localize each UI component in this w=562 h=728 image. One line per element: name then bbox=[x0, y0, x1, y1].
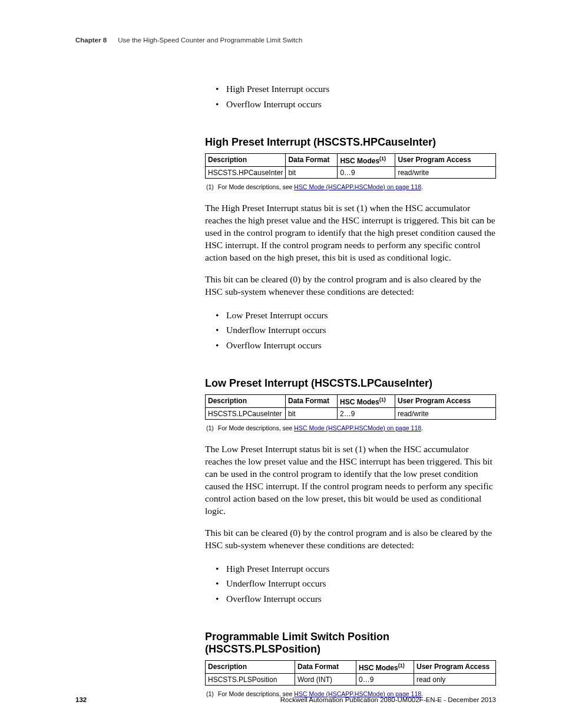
section-list: Low Preset Interrupt occurs Underflow In… bbox=[205, 308, 496, 353]
body-paragraph: This bit can be cleared (0) by the contr… bbox=[205, 274, 496, 298]
page-content: High Preset Interrupt occurs Overflow In… bbox=[75, 47, 496, 697]
th-data-format: Data Format bbox=[295, 661, 356, 674]
footnote-link[interactable]: HSC Mode (HSCAPP.HSCMode) on page 118 bbox=[294, 424, 421, 431]
list-item: High Preset Interrupt occurs bbox=[226, 81, 496, 97]
td-hsc-modes: 2…9 bbox=[338, 408, 395, 420]
page-footer: 132 Rockwell Automation Publication 2080… bbox=[75, 696, 496, 703]
page-header: Chapter 8 Use the High-Speed Counter and… bbox=[75, 37, 496, 47]
section-heading: High Preset Interrupt (HSCSTS.HPCauseInt… bbox=[205, 136, 496, 149]
intro-list: High Preset Interrupt occurs Overflow In… bbox=[205, 81, 496, 111]
th-data-format: Data Format bbox=[286, 154, 338, 167]
list-item: Low Preset Interrupt occurs bbox=[226, 308, 496, 323]
spec-table: Description Data Format HSC Modes(1) Use… bbox=[205, 153, 496, 179]
th-description: Description bbox=[206, 661, 295, 674]
table-footnote: (1) For Mode descriptions, see HSC Mode … bbox=[205, 424, 496, 431]
list-item: High Preset Interrupt occurs bbox=[226, 561, 496, 577]
page-number: 132 bbox=[75, 696, 87, 703]
th-superscript: (1) bbox=[379, 397, 386, 403]
th-hsc-modes-text: HSC Modes bbox=[340, 398, 379, 406]
body-paragraph: This bit can be cleared (0) by the contr… bbox=[205, 527, 496, 552]
th-user-program-access: User Program Access bbox=[395, 395, 496, 408]
th-hsc-modes-text: HSC Modes bbox=[340, 157, 379, 165]
footnote-suffix: . bbox=[421, 424, 423, 431]
footnote-text: For Mode descriptions, see bbox=[218, 424, 295, 431]
td-description: HSCSTS.LPCauseInter bbox=[206, 408, 286, 420]
footnote-link[interactable]: HSC Mode (HSCAPP.HSCMode) on page 118 bbox=[294, 183, 421, 190]
list-item: Underflow Interrupt occurs bbox=[226, 322, 496, 338]
td-hsc-modes: 0…9 bbox=[338, 167, 395, 179]
th-hsc-modes: HSC Modes(1) bbox=[338, 395, 395, 408]
th-hsc-modes-text: HSC Modes bbox=[359, 664, 398, 672]
td-user-program-access: read/write bbox=[395, 408, 496, 420]
section-heading: Programmable Limit Switch Position (HSCS… bbox=[205, 631, 496, 655]
list-item: Overflow Interrupt occurs bbox=[226, 97, 496, 112]
list-item: Underflow Interrupt occurs bbox=[226, 576, 496, 591]
body-paragraph: The High Preset Interrupt status bit is … bbox=[205, 202, 496, 264]
publication-info: Rockwell Automation Publication 2080-UM0… bbox=[280, 696, 496, 703]
footnote-text: For Mode descriptions, see bbox=[218, 183, 295, 190]
table-footnote: (1) For Mode descriptions, see HSC Mode … bbox=[205, 183, 496, 190]
th-superscript: (1) bbox=[379, 156, 386, 162]
td-description: HSCSTS.PLSPosition bbox=[206, 674, 295, 686]
section-heading: Low Preset Interrupt (HSCSTS.LPCauseInte… bbox=[205, 377, 496, 390]
th-data-format: Data Format bbox=[286, 395, 338, 408]
th-user-program-access: User Program Access bbox=[395, 154, 496, 167]
th-user-program-access: User Program Access bbox=[414, 661, 496, 674]
td-hsc-modes: 0…9 bbox=[356, 674, 414, 686]
list-item: Overflow Interrupt occurs bbox=[226, 338, 496, 353]
td-data-format: bit bbox=[286, 167, 338, 179]
chapter-label: Chapter 8 bbox=[75, 37, 107, 44]
section-list: High Preset Interrupt occurs Underflow I… bbox=[205, 561, 496, 607]
td-data-format: bit bbox=[286, 408, 338, 420]
th-description: Description bbox=[206, 154, 286, 167]
list-item: Overflow Interrupt occurs bbox=[226, 591, 496, 607]
th-hsc-modes: HSC Modes(1) bbox=[338, 154, 395, 167]
chapter-title: Use the High-Speed Counter and Programma… bbox=[118, 37, 302, 44]
th-hsc-modes: HSC Modes(1) bbox=[356, 661, 414, 674]
td-user-program-access: read/write bbox=[395, 167, 496, 179]
td-description: HSCSTS.HPCauseInter bbox=[206, 167, 286, 179]
td-user-program-access: read only bbox=[414, 674, 496, 686]
body-paragraph: The Low Preset Interrupt status bit is s… bbox=[205, 443, 496, 518]
th-superscript: (1) bbox=[398, 663, 405, 668]
spec-table: Description Data Format HSC Modes(1) Use… bbox=[205, 394, 496, 420]
spec-table: Description Data Format HSC Modes(1) Use… bbox=[205, 660, 496, 686]
th-description: Description bbox=[206, 395, 286, 408]
td-data-format: Word (INT) bbox=[295, 674, 356, 686]
footnote-num: (1) bbox=[206, 424, 214, 431]
footnote-suffix: . bbox=[421, 183, 423, 190]
footnote-num: (1) bbox=[206, 183, 214, 190]
